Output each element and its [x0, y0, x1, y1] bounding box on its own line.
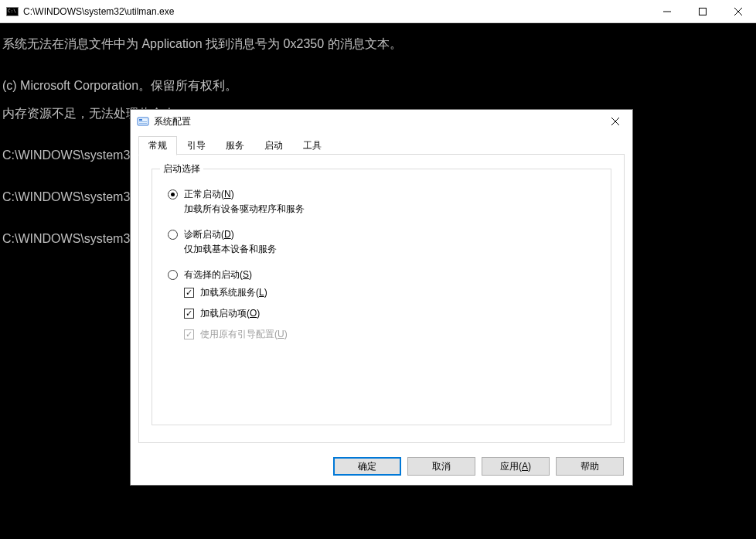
radio-icon	[168, 270, 178, 280]
maximize-button[interactable]	[685, 0, 720, 22]
checkbox-icon	[184, 288, 194, 298]
tab-startup[interactable]: 启动	[254, 135, 293, 155]
ok-button[interactable]: 确定	[333, 457, 401, 476]
msconfig-dialog: 系统配置 常规 引导 服务 启动 工具 启动选择 正常启动(N)	[130, 109, 633, 486]
radio-label: 正常启动(N)	[184, 188, 234, 201]
cancel-button[interactable]: 取消	[407, 457, 475, 476]
msconfig-icon	[137, 115, 149, 128]
radio-label: 有选择的启动(S)	[184, 268, 252, 281]
checkbox-label: 加载系统服务(L)	[200, 286, 267, 299]
svg-rect-7	[139, 123, 147, 124]
checkbox-icon	[184, 309, 194, 319]
svg-rect-5	[139, 119, 142, 121]
checkbox-label: 加载启动项(O)	[200, 307, 260, 320]
selective-options: 加载系统服务(L) 加载启动项(O) 使用原有引导配置(U)	[184, 286, 600, 341]
diagnostic-startup-radio[interactable]: 诊断启动(D)	[168, 228, 600, 241]
svg-rect-1	[700, 8, 707, 15]
use-original-boot-checkbox: 使用原有引导配置(U)	[184, 328, 600, 341]
console-line: 系统无法在消息文件中为 Application 找到消息号为 0x2350 的消…	[1, 37, 755, 51]
radio-icon	[168, 230, 178, 240]
window-buttons	[649, 0, 756, 22]
apply-button[interactable]: 应用(A)	[482, 457, 550, 476]
help-button[interactable]: 帮助	[556, 457, 624, 476]
tab-services[interactable]: 服务	[216, 135, 254, 155]
tabs-area: 常规 引导 服务 启动 工具 启动选择 正常启动(N) 加载所有设备驱动程序和服…	[131, 133, 632, 451]
minimize-button[interactable]	[649, 0, 685, 22]
tab-boot[interactable]: 引导	[177, 135, 216, 155]
checkbox-label: 使用原有引导配置(U)	[200, 328, 288, 341]
selective-startup-radio[interactable]: 有选择的启动(S)	[168, 268, 600, 281]
radio-icon	[168, 189, 178, 200]
tabstrip: 常规 引导 服务 启动 工具	[138, 138, 625, 155]
group-legend: 启动选择	[160, 162, 203, 176]
dialog-button-row: 确定 取消 应用(A) 帮助	[131, 451, 632, 485]
load-system-services-checkbox[interactable]: 加载系统服务(L)	[184, 286, 600, 299]
svg-rect-6	[139, 121, 147, 122]
console-titlebar: C:\WINDOWS\system32\utilman.exe	[0, 0, 756, 23]
dialog-close-button[interactable]	[598, 111, 632, 132]
dialog-title: 系统配置	[154, 115, 598, 128]
diagnostic-startup-desc: 仅加载基本设备和服务	[184, 243, 600, 256]
console-window: C:\WINDOWS\system32\utilman.exe 系统无法在消息文…	[0, 0, 756, 539]
tab-tools[interactable]: 工具	[293, 135, 332, 155]
close-button[interactable]	[720, 0, 756, 22]
radio-label: 诊断启动(D)	[184, 228, 234, 241]
tab-page-general: 启动选择 正常启动(N) 加载所有设备驱动程序和服务 诊断启动(D) 仅加载基本…	[138, 155, 625, 443]
dialog-titlebar[interactable]: 系统配置	[131, 110, 632, 133]
console-line: (c) Microsoft Corporation。保留所有权利。	[1, 79, 755, 93]
tab-general[interactable]: 常规	[138, 136, 177, 155]
checkbox-icon	[184, 329, 194, 339]
startup-selection-group: 启动选择 正常启动(N) 加载所有设备驱动程序和服务 诊断启动(D) 仅加载基本…	[152, 169, 611, 425]
console-title: C:\WINDOWS\system32\utilman.exe	[23, 6, 649, 17]
normal-startup-radio[interactable]: 正常启动(N)	[168, 188, 600, 201]
load-startup-items-checkbox[interactable]: 加载启动项(O)	[184, 307, 600, 320]
normal-startup-desc: 加载所有设备驱动程序和服务	[184, 203, 600, 216]
cmd-icon	[6, 7, 19, 16]
